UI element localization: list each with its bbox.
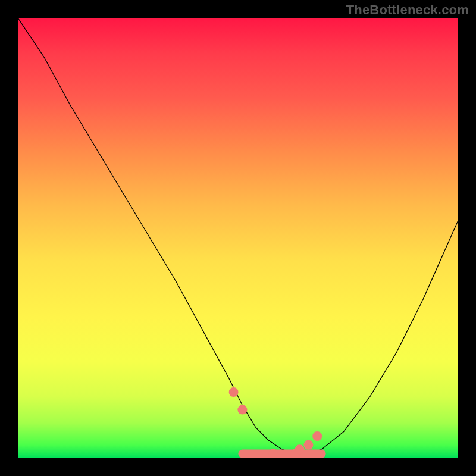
- accent-dot: [237, 405, 247, 415]
- accent-dot: [295, 444, 305, 454]
- accent-dots: [229, 387, 322, 458]
- chart-frame: TheBottleneck.com: [0, 0, 476, 476]
- accent-dot: [303, 440, 313, 450]
- plot-area: [18, 18, 458, 458]
- accent-dot: [312, 431, 322, 441]
- watermark-text: TheBottleneck.com: [346, 2, 469, 18]
- bottleneck-curve: [18, 18, 458, 454]
- accent-dot: [268, 449, 278, 458]
- accent-dot: [229, 387, 239, 397]
- curve-svg: [18, 18, 458, 458]
